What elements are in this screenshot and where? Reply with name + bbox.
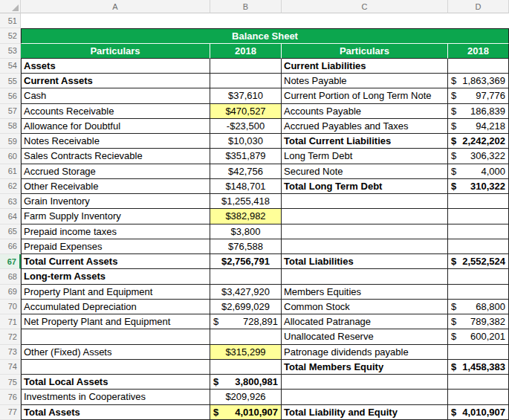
cell-B55[interactable]: [210, 74, 282, 88]
row-header-65[interactable]: 65: [0, 224, 21, 239]
cell-A60[interactable]: Sales Contracts Recievable: [21, 149, 210, 164]
cell-B67[interactable]: $2,756,791: [210, 254, 282, 269]
cell-D76[interactable]: [448, 390, 509, 404]
cell-C56[interactable]: Current Portion of Long Term Note: [282, 88, 448, 103]
column-header-B[interactable]: B: [210, 0, 282, 13]
cell-A61[interactable]: Accrued Storage: [21, 164, 210, 179]
row-header-55[interactable]: 55: [0, 74, 21, 88]
cell-A68[interactable]: Long-term Assets: [21, 269, 210, 284]
row-header-53[interactable]: 53: [0, 44, 21, 59]
cell-B66[interactable]: $76,588: [210, 239, 282, 254]
column-header-C[interactable]: C: [282, 0, 448, 13]
cell-B76[interactable]: $209,926: [210, 390, 282, 404]
row-header-63[interactable]: 63: [0, 194, 21, 209]
row-header-68[interactable]: 68: [0, 269, 21, 284]
cell-A64[interactable]: Farm Supply Inventory: [21, 209, 210, 224]
cell-D74[interactable]: $1,458,383: [448, 360, 509, 375]
cell-B58[interactable]: -$23,500: [210, 119, 282, 134]
cell-A58[interactable]: Allowance for Doubtful: [21, 119, 210, 134]
cell-D64[interactable]: [448, 209, 509, 224]
cell-C71[interactable]: Allocated Patranage: [282, 314, 448, 329]
empty-row-area[interactable]: [21, 13, 509, 28]
cell-C75[interactable]: [282, 375, 448, 390]
cell-C68[interactable]: [282, 269, 448, 284]
row-header-77[interactable]: 77: [0, 405, 21, 420]
row-header-76[interactable]: 76: [0, 390, 21, 404]
cell-B61[interactable]: $42,756: [210, 164, 282, 179]
cell-C70[interactable]: Common Stock: [282, 300, 448, 314]
row-header-54[interactable]: 54: [0, 59, 21, 74]
cell-D75[interactable]: [448, 375, 509, 390]
cell-A65[interactable]: Prepaid income taxes: [21, 224, 210, 239]
row-header-74[interactable]: 74: [0, 360, 21, 375]
cell-D66[interactable]: [448, 239, 509, 254]
row-header-56[interactable]: 56: [0, 88, 21, 103]
cell-D61[interactable]: $4,000: [448, 164, 509, 179]
cell-B62[interactable]: $148,701: [210, 179, 282, 194]
cell-D62[interactable]: $310,322: [448, 179, 509, 194]
cell-C58[interactable]: Accrued Payables and Taxes: [282, 119, 448, 134]
balance-sheet-title-cell[interactable]: Balance Sheet: [21, 28, 509, 43]
row-header-57[interactable]: 57: [0, 104, 21, 119]
cell-B64[interactable]: $382,982: [210, 209, 282, 224]
cell-A63[interactable]: Grain Inventory: [21, 194, 210, 209]
cell-C63[interactable]: [282, 194, 448, 209]
column-header-D[interactable]: D: [448, 0, 509, 13]
row-header-51[interactable]: 51: [0, 13, 21, 28]
cell-B54[interactable]: [210, 59, 282, 74]
cell-C72[interactable]: Unallocated Reserve: [282, 329, 448, 344]
cell-D55[interactable]: $1,863,369: [448, 74, 509, 88]
cell-D73[interactable]: [448, 345, 509, 360]
table-header-cell-B53[interactable]: 2018: [210, 44, 282, 59]
cell-C62[interactable]: Total Long Term Debt: [282, 179, 448, 194]
row-header-67[interactable]: 67: [0, 254, 21, 269]
row-header-72[interactable]: 72: [0, 329, 21, 344]
cell-B77[interactable]: $4,010,907: [210, 405, 282, 420]
table-header-cell-C53[interactable]: Particulars: [282, 44, 448, 59]
cell-B57[interactable]: $470,527: [210, 104, 282, 119]
cell-B74[interactable]: [210, 360, 282, 375]
cell-A62[interactable]: Other Receivable: [21, 179, 210, 194]
cell-C64[interactable]: [282, 209, 448, 224]
row-header-52[interactable]: 52: [0, 28, 21, 43]
row-header-64[interactable]: 64: [0, 209, 21, 224]
cell-B70[interactable]: $2,699,029: [210, 300, 282, 314]
cell-A69[interactable]: Property Plant and Equipment: [21, 285, 210, 300]
cell-D57[interactable]: $186,839: [448, 104, 509, 119]
cell-A54[interactable]: Assets: [21, 59, 210, 74]
cell-D69[interactable]: [448, 285, 509, 300]
cell-D72[interactable]: $600,201: [448, 329, 509, 344]
cell-A72[interactable]: [21, 329, 210, 344]
cell-A59[interactable]: Notes Receivable: [21, 134, 210, 149]
cell-D65[interactable]: [448, 224, 509, 239]
cell-D58[interactable]: $94,218: [448, 119, 509, 134]
cell-D60[interactable]: $306,322: [448, 149, 509, 164]
row-header-61[interactable]: 61: [0, 164, 21, 179]
row-header-58[interactable]: 58: [0, 119, 21, 134]
cell-C66[interactable]: [282, 239, 448, 254]
cell-D70[interactable]: $68,800: [448, 300, 509, 314]
row-header-73[interactable]: 73: [0, 345, 21, 360]
cell-D67[interactable]: $2,552,524: [448, 254, 509, 269]
cell-C59[interactable]: Total Current Liabilities: [282, 134, 448, 149]
cell-D71[interactable]: $789,382: [448, 314, 509, 329]
cell-A73[interactable]: Other (Fixed) Assets: [21, 345, 210, 360]
cell-A67[interactable]: Total Current Assets: [21, 254, 210, 269]
cell-C55[interactable]: Notes Payable: [282, 74, 448, 88]
cell-A77[interactable]: Total Assets: [21, 405, 210, 420]
cell-B72[interactable]: [210, 329, 282, 344]
cell-D56[interactable]: $97,776: [448, 88, 509, 103]
cell-B69[interactable]: $3,427,920: [210, 285, 282, 300]
cell-C77[interactable]: Total Liability and Equity: [282, 405, 448, 420]
cell-A71[interactable]: Net Property Plant and Equipment: [21, 314, 210, 329]
cell-A57[interactable]: Accounts Receivable: [21, 104, 210, 119]
row-header-59[interactable]: 59: [0, 134, 21, 149]
cell-D68[interactable]: [448, 269, 509, 284]
row-header-75[interactable]: 75: [0, 375, 21, 390]
cell-D77[interactable]: $4,010,907: [448, 405, 509, 420]
cell-B73[interactable]: $315,299: [210, 345, 282, 360]
cell-C67[interactable]: Total Liabilities: [282, 254, 448, 269]
column-header-A[interactable]: A: [21, 0, 210, 13]
cell-C73[interactable]: Patronage dividends payable: [282, 345, 448, 360]
cell-B71[interactable]: $728,891: [210, 314, 282, 329]
